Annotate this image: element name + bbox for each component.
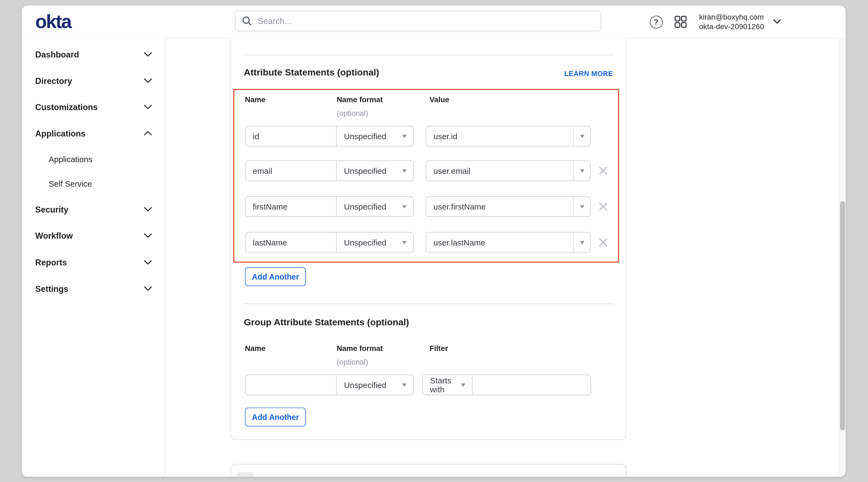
next-section-card	[230, 464, 626, 477]
chevron-down-icon	[144, 260, 152, 265]
add-another-group-attribute-button[interactable]: Add Another	[245, 408, 306, 427]
help-button[interactable]: ?	[648, 13, 664, 30]
add-another-attribute-button[interactable]: Add Another	[245, 267, 306, 286]
grid-icon	[675, 15, 687, 28]
attr-format-select-1[interactable]: Unspecified	[337, 161, 413, 181]
attr-value-combo-1	[426, 160, 590, 181]
sidebar-divider	[165, 38, 165, 477]
dropdown-arrow-icon	[402, 205, 406, 208]
chevron-down-icon	[144, 52, 152, 57]
dropdown-arrow-icon	[580, 205, 584, 208]
dropdown-arrow-icon	[580, 134, 584, 138]
attribute-statements-title: Attribute Statements (optional)	[244, 67, 379, 78]
group-filter-value-input[interactable]	[473, 375, 591, 395]
group-attribute-statements-title: Group Attribute Statements (optional)	[244, 317, 409, 327]
chevron-down-icon	[144, 233, 152, 238]
attr-value-dropdown-2[interactable]	[573, 197, 590, 216]
group-format-select[interactable]: Unspecified	[337, 375, 413, 395]
attr-name-input-0[interactable]	[246, 126, 337, 146]
global-search[interactable]	[235, 11, 601, 31]
group-column-header-format: Name format	[337, 344, 383, 353]
top-bar: okta ? kiran@boxyhq.	[22, 6, 846, 39]
attr-name-input-2[interactable]	[246, 197, 337, 216]
apps-grid-button[interactable]	[672, 13, 689, 30]
attr-value-dropdown-1[interactable]	[573, 161, 590, 181]
attr-format-select-2[interactable]: Unspecified	[337, 197, 413, 216]
sidebar-item-settings[interactable]: Settings	[22, 282, 165, 295]
search-input[interactable]	[257, 15, 594, 26]
account-org: okta-dev-20901260	[699, 22, 764, 31]
page: okta ? kiran@boxyhq.	[0, 0, 868, 482]
close-icon	[598, 166, 608, 175]
sidebar-item-security[interactable]: Security	[22, 202, 165, 216]
attr-name-input-1[interactable]	[246, 161, 337, 181]
scrollbar-thumb[interactable]	[840, 201, 844, 430]
group-row-name-format: Unspecified	[245, 375, 414, 395]
attr-row-2-name-format: Unspecified	[245, 196, 414, 217]
okta-logo[interactable]: okta	[35, 11, 71, 32]
sidebar-item-directory[interactable]: Directory	[22, 74, 165, 87]
attr-value-input-1[interactable]	[426, 161, 573, 181]
attr-value-combo-3	[426, 232, 590, 253]
attr-row-3-name-format: Unspecified	[245, 232, 414, 253]
attr-value-input-2[interactable]	[426, 197, 573, 216]
column-header-name: Name	[245, 96, 266, 104]
sidebar-item-workflow[interactable]: Workflow	[22, 229, 165, 242]
column-header-optional: (optional)	[337, 109, 368, 118]
account-email: kiran@boxyhq.com	[699, 13, 764, 22]
divider	[244, 55, 614, 55]
attr-value-input-3[interactable]	[426, 232, 573, 252]
attr-format-select-0[interactable]: Unspecified	[337, 126, 413, 146]
chevron-down-icon	[144, 105, 152, 109]
sidebar-nav: Dashboard Directory Customizations Appli…	[22, 38, 165, 477]
attr-value-input-0[interactable]	[426, 126, 573, 146]
attr-name-input-3[interactable]	[246, 232, 337, 252]
dropdown-arrow-icon	[402, 134, 406, 138]
dropdown-arrow-icon	[580, 240, 584, 244]
remove-row-button-2[interactable]	[596, 199, 610, 213]
close-icon	[598, 237, 608, 247]
dropdown-arrow-icon	[580, 169, 584, 172]
group-column-header-optional: (optional)	[337, 358, 368, 366]
learn-more-link[interactable]: LEARN MORE	[564, 70, 613, 78]
attr-row-0-name-format: Unspecified	[245, 126, 414, 147]
close-icon	[598, 202, 608, 211]
attr-value-dropdown-3[interactable]	[573, 232, 590, 252]
chevron-down-icon	[144, 78, 152, 83]
column-header-format: Name format	[337, 96, 383, 104]
app-window: okta ? kiran@boxyhq.	[22, 6, 846, 477]
attr-value-dropdown-0[interactable]	[573, 126, 590, 146]
sidebar-item-self-service[interactable]: Self Service	[22, 177, 165, 190]
account-menu[interactable]: kiran@boxyhq.com okta-dev-20901260	[699, 13, 764, 31]
chevron-down-icon	[144, 207, 152, 212]
divider	[244, 303, 614, 304]
remove-row-button-1[interactable]	[596, 164, 610, 177]
sidebar-item-customizations[interactable]: Customizations	[22, 100, 165, 114]
group-filter-op-select[interactable]: Starts with	[423, 375, 473, 395]
help-icon: ?	[650, 15, 662, 28]
group-filter-combo: Starts with	[422, 375, 591, 395]
chevron-up-icon	[144, 131, 152, 136]
group-column-header-filter: Filter	[430, 344, 448, 353]
column-header-value: Value	[430, 96, 449, 104]
search-icon	[242, 16, 252, 26]
attr-format-select-3[interactable]: Unspecified	[337, 232, 413, 252]
dropdown-arrow-icon	[402, 169, 406, 172]
remove-row-button-3[interactable]	[596, 235, 610, 249]
attr-value-combo-2	[426, 196, 590, 217]
dropdown-arrow-icon	[461, 383, 465, 386]
chevron-down-icon[interactable]	[773, 19, 781, 24]
attr-row-1-name-format: Unspecified	[245, 160, 414, 181]
sidebar-item-dashboard[interactable]: Dashboard	[22, 47, 165, 61]
chevron-down-icon	[144, 286, 152, 291]
attr-value-combo-0	[426, 126, 590, 147]
sidebar-item-reports[interactable]: Reports	[22, 256, 165, 269]
group-column-header-name: Name	[245, 344, 266, 353]
sidebar-item-applications-sub[interactable]: Applications	[22, 153, 165, 166]
dropdown-arrow-icon	[402, 240, 406, 244]
sidebar-item-applications[interactable]: Applications	[22, 126, 165, 140]
saml-settings-card: Attribute Statements (optional) LEARN MO…	[230, 38, 626, 440]
group-name-input[interactable]	[246, 375, 337, 395]
scrollbar-track[interactable]	[838, 38, 846, 477]
skeleton-block	[236, 473, 254, 477]
